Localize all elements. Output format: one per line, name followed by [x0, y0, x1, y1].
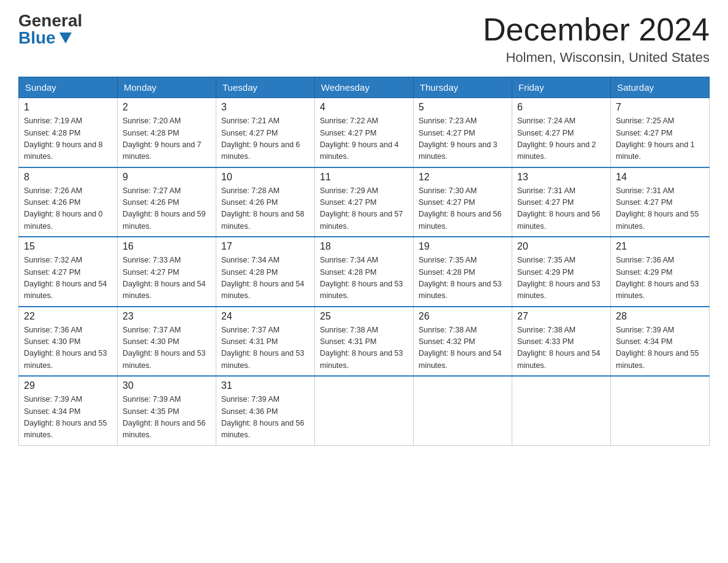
day-number: 6	[517, 102, 605, 113]
day-info: Sunrise: 7:20 AMSunset: 4:28 PMDaylight:…	[123, 115, 211, 163]
week-row-3: 15Sunrise: 7:32 AMSunset: 4:27 PMDayligh…	[19, 237, 710, 307]
day-cell-4: 4Sunrise: 7:22 AMSunset: 4:27 PMDaylight…	[315, 98, 414, 167]
day-info: Sunrise: 7:37 AMSunset: 4:31 PMDaylight:…	[221, 324, 309, 372]
col-header-tuesday: Tuesday	[216, 77, 315, 98]
day-cell-31: 31Sunrise: 7:39 AMSunset: 4:36 PMDayligh…	[216, 376, 315, 445]
day-info: Sunrise: 7:37 AMSunset: 4:30 PMDaylight:…	[123, 324, 211, 372]
col-header-friday: Friday	[512, 77, 611, 98]
day-cell-30: 30Sunrise: 7:39 AMSunset: 4:35 PMDayligh…	[118, 376, 216, 445]
day-number: 12	[419, 172, 507, 183]
day-cell-27: 27Sunrise: 7:38 AMSunset: 4:33 PMDayligh…	[512, 307, 611, 377]
day-cell-15: 15Sunrise: 7:32 AMSunset: 4:27 PMDayligh…	[19, 237, 118, 307]
day-info: Sunrise: 7:27 AMSunset: 4:26 PMDaylight:…	[123, 185, 211, 233]
day-cell-9: 9Sunrise: 7:27 AMSunset: 4:26 PMDaylight…	[118, 167, 216, 237]
day-number: 9	[123, 172, 211, 183]
day-number: 13	[517, 172, 605, 183]
day-number: 15	[24, 241, 112, 252]
day-number: 14	[616, 172, 704, 183]
week-row-5: 29Sunrise: 7:39 AMSunset: 4:34 PMDayligh…	[19, 376, 710, 445]
day-info: Sunrise: 7:31 AMSunset: 4:27 PMDaylight:…	[616, 185, 704, 233]
day-cell-24: 24Sunrise: 7:37 AMSunset: 4:31 PMDayligh…	[216, 307, 315, 377]
day-cell-12: 12Sunrise: 7:30 AMSunset: 4:27 PMDayligh…	[414, 167, 512, 237]
day-info: Sunrise: 7:38 AMSunset: 4:31 PMDaylight:…	[320, 324, 408, 372]
day-info: Sunrise: 7:31 AMSunset: 4:27 PMDaylight:…	[517, 185, 605, 233]
day-info: Sunrise: 7:24 AMSunset: 4:27 PMDaylight:…	[517, 115, 605, 163]
day-info: Sunrise: 7:39 AMSunset: 4:34 PMDaylight:…	[24, 394, 112, 442]
day-number: 7	[616, 102, 704, 113]
day-info: Sunrise: 7:33 AMSunset: 4:27 PMDaylight:…	[123, 255, 211, 302]
logo-blue-text: Blue	[18, 29, 72, 47]
calendar-table: SundayMondayTuesdayWednesdayThursdayFrid…	[18, 77, 710, 446]
day-number: 27	[517, 311, 605, 322]
day-info: Sunrise: 7:35 AMSunset: 4:28 PMDaylight:…	[419, 255, 507, 302]
day-number: 25	[320, 311, 408, 322]
day-info: Sunrise: 7:38 AMSunset: 4:32 PMDaylight:…	[419, 324, 507, 372]
empty-cell	[512, 376, 611, 445]
col-header-wednesday: Wednesday	[315, 77, 414, 98]
empty-cell	[315, 376, 414, 445]
day-number: 3	[221, 102, 309, 113]
col-header-monday: Monday	[118, 77, 216, 98]
day-cell-19: 19Sunrise: 7:35 AMSunset: 4:28 PMDayligh…	[414, 237, 512, 307]
day-number: 23	[123, 311, 211, 322]
day-cell-28: 28Sunrise: 7:39 AMSunset: 4:34 PMDayligh…	[611, 307, 710, 377]
month-year-title: December 2024	[483, 12, 710, 47]
day-number: 24	[221, 311, 309, 322]
page-header: General Blue December 2024 Holmen, Wisco…	[18, 12, 710, 66]
day-info: Sunrise: 7:21 AMSunset: 4:27 PMDaylight:…	[221, 115, 309, 163]
day-number: 10	[221, 172, 309, 183]
day-info: Sunrise: 7:32 AMSunset: 4:27 PMDaylight:…	[24, 255, 112, 302]
day-number: 30	[123, 380, 211, 391]
day-cell-8: 8Sunrise: 7:26 AMSunset: 4:26 PMDaylight…	[19, 167, 118, 237]
day-cell-14: 14Sunrise: 7:31 AMSunset: 4:27 PMDayligh…	[611, 167, 710, 237]
day-number: 5	[419, 102, 507, 113]
day-number: 1	[24, 102, 112, 113]
day-cell-25: 25Sunrise: 7:38 AMSunset: 4:31 PMDayligh…	[315, 307, 414, 377]
day-cell-6: 6Sunrise: 7:24 AMSunset: 4:27 PMDaylight…	[512, 98, 611, 167]
week-row-4: 22Sunrise: 7:36 AMSunset: 4:30 PMDayligh…	[19, 307, 710, 377]
empty-cell	[611, 376, 710, 445]
logo: General Blue	[18, 12, 82, 47]
day-info: Sunrise: 7:34 AMSunset: 4:28 PMDaylight:…	[221, 255, 309, 302]
day-cell-11: 11Sunrise: 7:29 AMSunset: 4:27 PMDayligh…	[315, 167, 414, 237]
day-info: Sunrise: 7:35 AMSunset: 4:29 PMDaylight:…	[517, 255, 605, 302]
day-cell-22: 22Sunrise: 7:36 AMSunset: 4:30 PMDayligh…	[19, 307, 118, 377]
day-cell-1: 1Sunrise: 7:19 AMSunset: 4:28 PMDaylight…	[19, 98, 118, 167]
day-cell-23: 23Sunrise: 7:37 AMSunset: 4:30 PMDayligh…	[118, 307, 216, 377]
col-header-saturday: Saturday	[611, 77, 710, 98]
day-cell-16: 16Sunrise: 7:33 AMSunset: 4:27 PMDayligh…	[118, 237, 216, 307]
day-cell-2: 2Sunrise: 7:20 AMSunset: 4:28 PMDaylight…	[118, 98, 216, 167]
day-number: 2	[123, 102, 211, 113]
day-cell-29: 29Sunrise: 7:39 AMSunset: 4:34 PMDayligh…	[19, 376, 118, 445]
day-cell-5: 5Sunrise: 7:23 AMSunset: 4:27 PMDaylight…	[414, 98, 512, 167]
day-cell-26: 26Sunrise: 7:38 AMSunset: 4:32 PMDayligh…	[414, 307, 512, 377]
day-cell-20: 20Sunrise: 7:35 AMSunset: 4:29 PMDayligh…	[512, 237, 611, 307]
logo-general-text: General	[18, 12, 82, 29]
day-number: 22	[24, 311, 112, 322]
day-info: Sunrise: 7:36 AMSunset: 4:30 PMDaylight:…	[24, 324, 112, 372]
title-block: December 2024 Holmen, Wisconsin, United …	[483, 12, 710, 66]
day-cell-7: 7Sunrise: 7:25 AMSunset: 4:27 PMDaylight…	[611, 98, 710, 167]
day-number: 17	[221, 241, 309, 252]
day-info: Sunrise: 7:19 AMSunset: 4:28 PMDaylight:…	[24, 115, 112, 163]
location-subtitle: Holmen, Wisconsin, United States	[483, 50, 710, 66]
day-number: 11	[320, 172, 408, 183]
day-number: 21	[616, 241, 704, 252]
day-cell-13: 13Sunrise: 7:31 AMSunset: 4:27 PMDayligh…	[512, 167, 611, 237]
day-info: Sunrise: 7:25 AMSunset: 4:27 PMDaylight:…	[616, 115, 704, 163]
day-info: Sunrise: 7:38 AMSunset: 4:33 PMDaylight:…	[517, 324, 605, 372]
day-info: Sunrise: 7:39 AMSunset: 4:34 PMDaylight:…	[616, 324, 704, 372]
day-cell-21: 21Sunrise: 7:36 AMSunset: 4:29 PMDayligh…	[611, 237, 710, 307]
day-info: Sunrise: 7:39 AMSunset: 4:35 PMDaylight:…	[123, 394, 211, 442]
day-number: 20	[517, 241, 605, 252]
empty-cell	[414, 376, 512, 445]
day-cell-17: 17Sunrise: 7:34 AMSunset: 4:28 PMDayligh…	[216, 237, 315, 307]
day-number: 16	[123, 241, 211, 252]
day-info: Sunrise: 7:36 AMSunset: 4:29 PMDaylight:…	[616, 255, 704, 302]
day-cell-10: 10Sunrise: 7:28 AMSunset: 4:26 PMDayligh…	[216, 167, 315, 237]
day-number: 4	[320, 102, 408, 113]
day-info: Sunrise: 7:39 AMSunset: 4:36 PMDaylight:…	[221, 394, 309, 442]
day-info: Sunrise: 7:22 AMSunset: 4:27 PMDaylight:…	[320, 115, 408, 163]
week-row-1: 1Sunrise: 7:19 AMSunset: 4:28 PMDaylight…	[19, 98, 710, 167]
day-info: Sunrise: 7:29 AMSunset: 4:27 PMDaylight:…	[320, 185, 408, 233]
